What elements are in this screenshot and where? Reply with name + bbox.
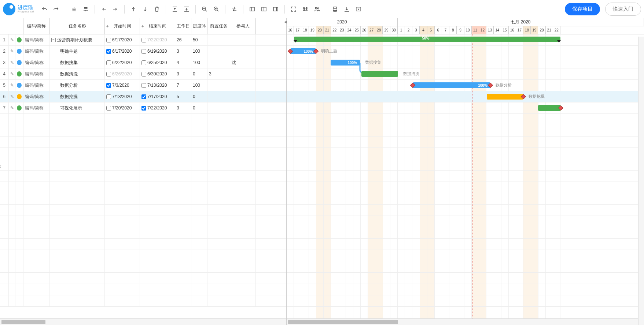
move-up-icon[interactable] bbox=[128, 4, 139, 14]
start-checkbox[interactable] bbox=[106, 83, 111, 88]
col-predecessor[interactable]: 前置任务 bbox=[207, 18, 230, 34]
redo-icon[interactable] bbox=[51, 4, 61, 14]
color-dot[interactable] bbox=[15, 34, 23, 45]
predecessor-cell[interactable] bbox=[207, 80, 230, 91]
workdays-cell[interactable]: 5 bbox=[175, 91, 191, 102]
end-checkbox[interactable] bbox=[141, 94, 146, 99]
color-dot[interactable] bbox=[15, 68, 23, 79]
code-cell[interactable]: 编码/简称 bbox=[23, 102, 50, 113]
table-row[interactable]: 6✎编码/简称数据挖掘7/13/20207/17/202050 bbox=[0, 91, 286, 102]
start-checkbox[interactable] bbox=[106, 72, 111, 76]
col-code[interactable]: 编码/简称 bbox=[23, 18, 50, 34]
collapse-icon[interactable]: − bbox=[51, 38, 56, 42]
quickstart-button[interactable]: 快速入门 bbox=[605, 3, 641, 16]
vertical-scrollbar[interactable] bbox=[638, 37, 644, 325]
table-row-empty[interactable] bbox=[0, 216, 286, 227]
end-checkbox[interactable] bbox=[141, 60, 146, 65]
start-date-cell[interactable]: 7/13/2020 bbox=[105, 91, 140, 102]
end-checkbox[interactable] bbox=[141, 83, 146, 88]
table-row[interactable]: 7✎编码/简称可视化展示7/20/20207/22/202030 bbox=[0, 102, 286, 114]
predecessor-cell[interactable] bbox=[207, 57, 230, 68]
col-workdays[interactable]: 工作日 bbox=[175, 18, 191, 34]
participant-cell[interactable] bbox=[230, 34, 256, 45]
gantt-bar[interactable]: 数据挖掘 bbox=[487, 94, 523, 100]
table-row-empty[interactable] bbox=[0, 114, 286, 125]
table-row-empty[interactable] bbox=[0, 193, 286, 205]
table-row-empty[interactable] bbox=[0, 273, 286, 284]
start-date-cell[interactable]: 7/3/2020 bbox=[105, 80, 140, 91]
table-row[interactable]: 3✎编码/简称数据搜集6/22/20206/25/20204100沈 bbox=[0, 57, 286, 68]
table-row[interactable]: 1✎编码/简称−运营前期计划概要6/17/20207/22/20202650 bbox=[0, 34, 286, 46]
start-date-cell[interactable]: 7/20/2020 bbox=[105, 102, 140, 113]
progress-cell[interactable]: 100 bbox=[191, 80, 207, 91]
add-above-icon[interactable] bbox=[69, 4, 79, 14]
edit-icon[interactable]: ✎ bbox=[9, 68, 15, 79]
table-row-empty[interactable] bbox=[0, 171, 286, 182]
progress-cell[interactable]: 0 bbox=[191, 102, 207, 113]
end-date-cell[interactable]: 7/13/2020 bbox=[140, 80, 175, 91]
progress-cell[interactable]: 0 bbox=[191, 68, 207, 79]
workdays-cell[interactable]: 3 bbox=[175, 102, 191, 113]
start-checkbox[interactable] bbox=[106, 60, 111, 65]
end-date-cell[interactable]: 6/25/2020 bbox=[140, 57, 175, 68]
predecessor-cell[interactable] bbox=[207, 46, 230, 57]
predecessor-cell[interactable]: 3 bbox=[207, 68, 230, 79]
progress-cell[interactable]: 50 bbox=[191, 34, 207, 45]
users-icon[interactable] bbox=[312, 4, 322, 14]
end-date-cell[interactable]: 7/22/2020 bbox=[140, 102, 175, 113]
color-dot[interactable] bbox=[15, 46, 23, 57]
delete-icon[interactable] bbox=[152, 4, 162, 14]
end-date-cell[interactable]: 6/30/2020 bbox=[140, 68, 175, 79]
start-checkbox[interactable] bbox=[106, 94, 111, 99]
table-row-empty[interactable] bbox=[0, 250, 286, 261]
end-checkbox[interactable] bbox=[141, 106, 146, 111]
edit-icon[interactable]: ✎ bbox=[9, 91, 15, 102]
table-row-empty[interactable] bbox=[0, 159, 286, 171]
end-date-cell[interactable]: 6/19/2020 bbox=[140, 46, 175, 57]
progress-cell[interactable]: 100 bbox=[191, 57, 207, 68]
collapse-all-icon[interactable] bbox=[181, 4, 192, 14]
start-date-cell[interactable]: 6/17/2020 bbox=[105, 46, 140, 57]
save-button[interactable]: 保存项目 bbox=[565, 3, 600, 15]
edit-icon[interactable]: ✎ bbox=[9, 80, 15, 91]
grid-hscroll[interactable] bbox=[0, 318, 286, 325]
predecessor-cell[interactable] bbox=[207, 34, 230, 45]
move-down-icon[interactable] bbox=[140, 4, 150, 14]
predecessor-cell[interactable] bbox=[207, 102, 230, 113]
code-cell[interactable]: 编码/简称 bbox=[23, 34, 50, 45]
code-cell[interactable]: 编码/简称 bbox=[23, 80, 50, 91]
table-row-empty[interactable] bbox=[0, 125, 286, 137]
workdays-cell[interactable]: 4 bbox=[175, 57, 191, 68]
timeline-body[interactable]: 50%100%明确主题100%数据搜集数据清洗100%数据分析数据挖掘 bbox=[287, 34, 644, 318]
outdent-icon[interactable] bbox=[99, 4, 109, 14]
col-end[interactable]: 结束时间 bbox=[140, 18, 175, 34]
zoom-out-icon[interactable] bbox=[199, 4, 210, 14]
undo-icon[interactable] bbox=[39, 4, 49, 14]
table-row-empty[interactable] bbox=[0, 239, 286, 250]
timeline-hscroll[interactable] bbox=[287, 318, 644, 325]
table-row-empty[interactable] bbox=[0, 148, 286, 159]
name-cell[interactable]: 数据分析 bbox=[50, 80, 105, 91]
end-date-cell[interactable]: 7/17/2020 bbox=[140, 91, 175, 102]
gantt-bar[interactable] bbox=[538, 105, 561, 111]
gantt-bar[interactable]: 100%明确主题 bbox=[290, 48, 316, 54]
table-row-empty[interactable] bbox=[0, 137, 286, 148]
participant-cell[interactable] bbox=[230, 102, 256, 113]
code-cell[interactable]: 编码/简称 bbox=[23, 57, 50, 68]
layout-right-icon[interactable] bbox=[271, 4, 281, 14]
end-checkbox[interactable] bbox=[141, 38, 146, 42]
col-participant[interactable]: 参与人 bbox=[230, 18, 256, 34]
logo[interactable]: 进度猫 Progress cat bbox=[3, 3, 34, 15]
theme-icon[interactable] bbox=[300, 4, 310, 14]
table-row-empty[interactable] bbox=[0, 182, 286, 193]
workdays-cell[interactable]: 26 bbox=[175, 34, 191, 45]
name-cell[interactable]: 数据搜集 bbox=[50, 57, 105, 68]
start-date-cell[interactable]: 6/17/2020 bbox=[105, 34, 140, 45]
workdays-cell[interactable]: 3 bbox=[175, 46, 191, 57]
participant-cell[interactable] bbox=[230, 91, 256, 102]
workdays-cell[interactable]: 7 bbox=[175, 80, 191, 91]
edit-icon[interactable]: ✎ bbox=[9, 34, 15, 45]
edit-icon[interactable]: ✎ bbox=[9, 102, 15, 113]
splitter-handle[interactable] bbox=[284, 19, 288, 23]
edit-icon[interactable]: ✎ bbox=[9, 57, 15, 68]
